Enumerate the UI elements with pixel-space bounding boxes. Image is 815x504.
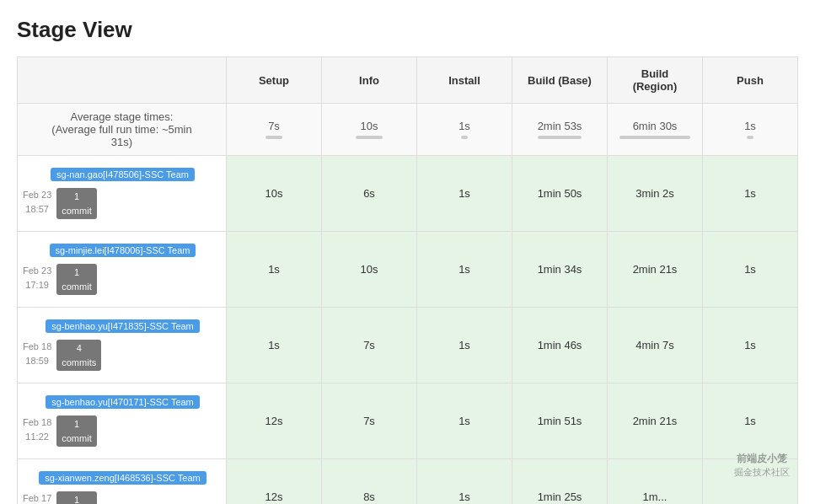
row-3-col-3: 1min 51s (512, 383, 608, 459)
avg-cell-4: 6min 30s (608, 104, 703, 156)
avg-label-line2: (Average full run time: ~5min (51, 123, 191, 136)
row-0-col-0: 10s (227, 156, 322, 232)
row-4-col-5 (703, 459, 798, 505)
row-4-left: sg-xianwen.zeng[I468536]-SSC Team Feb 17… (18, 459, 227, 505)
table-row: sg-xianwen.zeng[I468536]-SSC Team Feb 17… (18, 459, 798, 505)
avg-bar-0 (265, 136, 283, 139)
row-2-col-4: 4min 7s (608, 308, 703, 383)
row-3-col-2: 1s (417, 383, 512, 459)
row-1-col-3: 1min 34s (512, 232, 608, 308)
row-2-col-5: 1s (703, 308, 798, 383)
branch-badge[interactable]: sg-minjie.lei[I478006]-SSC Team (50, 244, 196, 257)
avg-bar-3 (538, 136, 582, 139)
table-row: sg-nan.gao[I478506]-SSC Team Feb 2318:57… (18, 156, 798, 232)
row-0-col-3: 1min 50s (512, 156, 608, 232)
avg-cell-5: 1s (703, 104, 798, 156)
branch-badge[interactable]: sg-xianwen.zeng[I468536]-SSC Team (39, 471, 206, 485)
build-date: Feb 1716:01 (23, 491, 51, 504)
avg-bar-1 (356, 136, 382, 139)
row-1-col-0: 1s (227, 232, 322, 308)
build-date: Feb 2317:19 (23, 264, 51, 292)
commit-badge: 1commit (56, 416, 96, 447)
row-3-col-4: 2min 21s (608, 383, 703, 459)
build-date: Feb 1818:59 (23, 340, 51, 367)
build-date: Feb 1811:22 (23, 416, 51, 443)
row-2-col-1: 7s (322, 308, 417, 383)
row-2-col-3: 1min 46s (512, 308, 608, 383)
commit-badge: 1commit (56, 264, 96, 295)
branch-badge[interactable]: sg-nan.gao[I478506]-SSC Team (51, 168, 195, 181)
avg-bar-5 (747, 136, 753, 139)
row-4-col-3: 1min 25s (512, 459, 608, 505)
col-header-setup: Setup (227, 57, 322, 104)
commit-badge: 1commit (56, 188, 96, 219)
col-header-empty (18, 57, 227, 104)
col-header-build-region: Build(Region) (608, 57, 703, 104)
row-4-col-0: 12s (227, 459, 322, 505)
col-header-push: Push (703, 57, 798, 104)
row-2-left: sg-benhao.yu[I471835]-SSC Team Feb 1818:… (18, 308, 227, 383)
avg-label-line1: Average stage times: (71, 110, 174, 123)
col-header-info: Info (322, 57, 417, 104)
average-row: Average stage times:(Average full run ti… (18, 104, 798, 156)
row-1-col-4: 2min 21s (608, 232, 703, 308)
avg-label-cell: Average stage times:(Average full run ti… (18, 104, 227, 156)
stage-table: Setup Info Install Build (Base) Build(Re… (17, 56, 798, 504)
page-title: Stage View (17, 17, 798, 43)
row-1-left: sg-minjie.lei[I478006]-SSC Team Feb 2317… (18, 232, 227, 308)
row-0-col-2: 1s (417, 156, 512, 232)
row-3-left: sg-benhao.yu[I470171]-SSC Team Feb 1811:… (18, 383, 227, 459)
row-4-col-1: 8s (322, 459, 417, 505)
row-0-left: sg-nan.gao[I478506]-SSC Team Feb 2318:57… (18, 156, 227, 232)
col-header-install: Install (417, 57, 512, 104)
avg-cell-3: 2min 53s (512, 104, 608, 156)
row-3-col-5: 1s (703, 383, 798, 459)
avg-cell-0: 7s (227, 104, 322, 156)
row-2-col-2: 1s (417, 308, 512, 383)
build-date: Feb 2318:57 (23, 188, 51, 216)
col-header-build-base: Build (Base) (512, 57, 608, 104)
avg-cell-2: 1s (417, 104, 512, 156)
branch-badge[interactable]: sg-benhao.yu[I471835]-SSC Team (46, 319, 200, 333)
row-0-col-1: 6s (322, 156, 417, 232)
table-row: sg-benhao.yu[I471835]-SSC Team Feb 1818:… (18, 308, 798, 383)
row-4-col-4: 1m... (608, 459, 703, 505)
row-2-col-0: 1s (227, 308, 322, 383)
table-row: sg-minjie.lei[I478006]-SSC Team Feb 2317… (18, 232, 798, 308)
row-0-col-4: 3min 2s (608, 156, 703, 232)
branch-badge[interactable]: sg-benhao.yu[I470171]-SSC Team (46, 395, 200, 409)
row-4-col-2: 1s (417, 459, 512, 505)
avg-label-line3: 31s) (111, 136, 132, 148)
avg-bar-4 (619, 136, 689, 139)
row-3-col-0: 12s (227, 383, 322, 459)
avg-cell-1: 10s (322, 104, 417, 156)
row-1-col-5: 1s (703, 232, 798, 308)
commit-badge: 4commits (56, 340, 101, 371)
avg-bar-2 (461, 136, 468, 139)
row-3-col-1: 7s (322, 383, 417, 459)
commit-badge: 1commit (56, 491, 96, 504)
row-1-col-1: 10s (322, 232, 417, 308)
table-row: sg-benhao.yu[I470171]-SSC Team Feb 1811:… (18, 383, 798, 459)
row-0-col-5: 1s (703, 156, 798, 232)
row-1-col-2: 1s (417, 232, 512, 308)
